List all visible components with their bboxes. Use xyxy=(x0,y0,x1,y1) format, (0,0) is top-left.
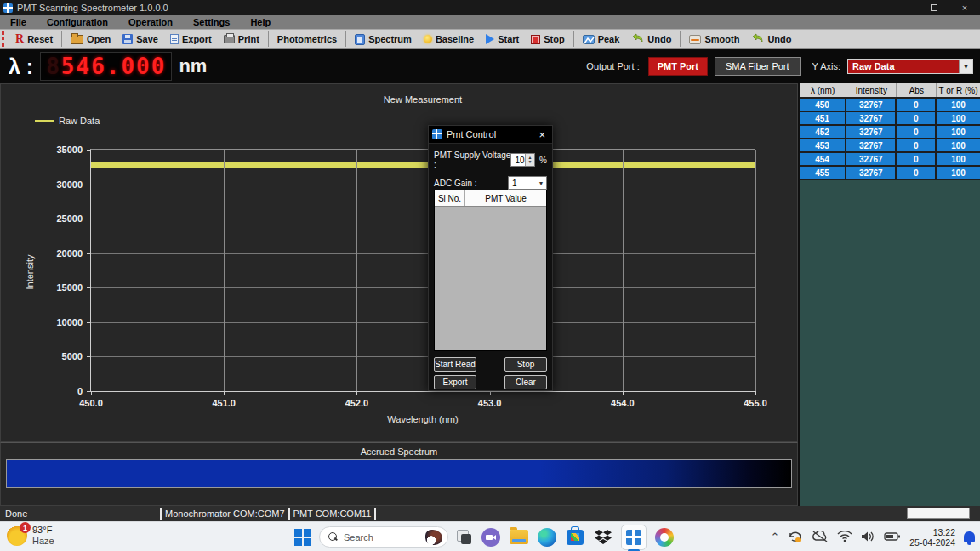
table-cell: 32767 xyxy=(846,139,897,151)
store-icon xyxy=(567,530,584,545)
maximize-button[interactable] xyxy=(919,0,949,15)
start-read-button[interactable]: Start Read xyxy=(434,357,476,372)
table-header-row: λ (nm)IntensityAbsT or R (%) xyxy=(800,83,980,99)
menu-help[interactable]: Help xyxy=(240,17,281,27)
task-view-button[interactable] xyxy=(456,529,473,546)
v-gridline xyxy=(755,150,756,391)
menu-configuration[interactable]: Configuration xyxy=(37,17,118,27)
file-explorer-button[interactable] xyxy=(509,527,529,548)
table-cell: 100 xyxy=(937,139,980,151)
menu-operation[interactable]: Operation xyxy=(118,17,183,27)
undo-button[interactable]: Undo xyxy=(625,30,677,48)
y-axis-select[interactable]: Raw Data▼ xyxy=(847,59,973,74)
reset-button[interactable]: RReset xyxy=(9,30,59,48)
tray-chevron-up-icon[interactable]: ⌃ xyxy=(770,531,779,543)
microsoft-store-button[interactable] xyxy=(565,527,585,548)
smooth-button[interactable]: Smooth xyxy=(683,30,745,48)
dropbox-button[interactable] xyxy=(593,527,613,548)
pmt-table-header: Sl No. PMT Value xyxy=(435,190,546,207)
pmt-voltage-spinner[interactable]: 10▲▼ xyxy=(510,153,535,167)
save-label: Save xyxy=(136,34,158,44)
menu-settings[interactable]: Settings xyxy=(183,17,240,27)
photometrics-label: Photometrics xyxy=(277,34,337,44)
undo-smooth-button[interactable]: Undo xyxy=(745,30,797,48)
search-doodle-icon xyxy=(425,530,442,545)
table-row[interactable]: 452327670100 xyxy=(800,126,980,139)
chevron-down-icon[interactable]: ▼ xyxy=(959,60,972,73)
table-row[interactable]: 455327670100 xyxy=(800,167,980,180)
undo-icon xyxy=(751,33,764,45)
toolbar-grip[interactable] xyxy=(2,31,7,47)
close-button[interactable]: × xyxy=(949,0,980,15)
peak-button[interactable]: Peak xyxy=(577,30,626,48)
wavelength-led-display: 8546.000 xyxy=(40,52,172,81)
wifi-icon[interactable] xyxy=(837,531,852,543)
table-row[interactable]: 450327670100 xyxy=(800,99,980,112)
status-bar: Done Monochromator COM:COM7 PMT COM:COM1… xyxy=(0,506,980,521)
baseline-button[interactable]: Baseline xyxy=(418,30,480,48)
table-column-header: T or R (%) xyxy=(937,83,980,97)
v-gridline xyxy=(623,150,624,391)
status-separator xyxy=(288,508,290,520)
onedrive-offline-icon[interactable] xyxy=(812,531,829,544)
start-menu-button[interactable] xyxy=(294,529,311,546)
chart-panel: New Measurement Raw Data Intensity 05000… xyxy=(0,83,798,442)
start-label: Start xyxy=(498,34,519,44)
table-row[interactable]: 453327670100 xyxy=(800,139,980,153)
dialog-app-icon xyxy=(432,129,442,139)
minimize-button[interactable]: – xyxy=(888,0,919,15)
x-tick-label: 452.0 xyxy=(345,398,369,408)
peak-label: Peak xyxy=(598,34,620,44)
export-button[interactable]: Export xyxy=(164,30,218,48)
sync-icon[interactable] xyxy=(788,530,803,545)
pmt-port-button[interactable]: PMT Port xyxy=(648,57,708,76)
dialog-export-button[interactable]: Export xyxy=(434,375,476,389)
dialog-clear-button[interactable]: Clear xyxy=(504,375,547,389)
dialog-title-bar[interactable]: Pmt Control × xyxy=(429,126,552,144)
table-cell: 32767 xyxy=(846,126,897,138)
save-button[interactable]: Save xyxy=(117,30,164,48)
pmt-voltage-unit: % xyxy=(539,156,547,165)
open-button[interactable]: Open xyxy=(65,30,117,48)
x-tick xyxy=(356,391,357,395)
chat-app-button[interactable] xyxy=(481,527,501,548)
taskbar-clock[interactable]: 13:22 25-04-2024 xyxy=(909,527,955,548)
spectrum-icon xyxy=(355,34,365,45)
table-column-header: λ (nm) xyxy=(800,83,846,97)
paint-app-button[interactable] xyxy=(654,527,675,548)
taskbar-weather-widget[interactable]: 1 93°FHaze xyxy=(7,525,54,547)
export-label: Export xyxy=(182,34,212,44)
dialog-title: Pmt Control xyxy=(447,129,496,139)
menu-bar: File Configuration Operation Settings He… xyxy=(0,15,980,29)
dialog-stop-button[interactable]: Stop xyxy=(504,357,547,372)
pmt-com-status: PMT COM:COM11 xyxy=(293,508,372,519)
table-cell: 100 xyxy=(937,112,980,124)
adc-gain-select[interactable]: 1▾ xyxy=(508,176,547,190)
edge-browser-button[interactable] xyxy=(537,527,557,548)
photometrics-button[interactable]: Photometrics xyxy=(271,30,343,48)
print-icon xyxy=(224,35,235,43)
print-button[interactable]: Print xyxy=(218,30,265,48)
chart-title: New Measurement xyxy=(90,94,755,105)
table-row[interactable]: 451327670100 xyxy=(800,112,980,126)
notification-bell-icon[interactable] xyxy=(964,531,975,542)
table-cell: 451 xyxy=(800,112,846,124)
dialog-close-button[interactable]: × xyxy=(532,128,552,141)
x-tick xyxy=(91,391,92,395)
spinner-arrows-icon[interactable]: ▲▼ xyxy=(525,154,534,166)
menu-file[interactable]: File xyxy=(0,17,37,27)
table-cell: 0 xyxy=(897,153,937,165)
volume-icon[interactable] xyxy=(861,531,875,544)
stop-button[interactable]: Stop xyxy=(525,30,570,48)
wavelength-table: λ (nm)IntensityAbsT or R (%) 45032767010… xyxy=(800,83,980,180)
pmt-app-taskbar-button[interactable] xyxy=(621,525,647,550)
table-cell: 452 xyxy=(800,126,846,138)
lambda-symbol: λ : xyxy=(9,54,33,79)
start-button[interactable]: Start xyxy=(480,30,525,48)
battery-icon[interactable] xyxy=(884,531,901,543)
table-column-header: Intensity xyxy=(846,83,897,97)
sma-fiber-port-button[interactable]: SMA Fiber Port xyxy=(715,57,801,76)
table-row[interactable]: 454327670100 xyxy=(800,153,980,167)
spectrum-button[interactable]: Spectrum xyxy=(349,30,418,48)
taskbar-search-box[interactable]: Search xyxy=(319,526,448,548)
